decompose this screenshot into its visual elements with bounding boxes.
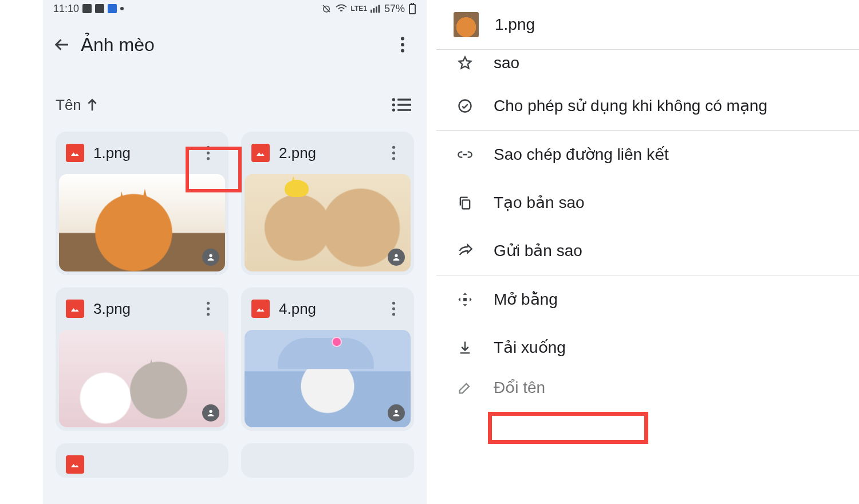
file-overflow-button[interactable] (381, 296, 406, 321)
status-app-icon (82, 4, 92, 13)
svg-point-25 (392, 302, 395, 305)
shared-badge (388, 249, 405, 266)
svg-rect-1 (371, 10, 372, 13)
more-vert-icon (206, 301, 210, 316)
list-view-icon (392, 97, 411, 112)
image-file-icon (66, 144, 84, 162)
sheet-file-thumbnail (454, 12, 479, 37)
svg-rect-15 (397, 109, 411, 111)
menu-label: Sao chép đường liên kết (494, 144, 669, 165)
status-time: 11:10 (53, 3, 79, 15)
view-toggle-button[interactable] (389, 92, 414, 117)
file-card[interactable]: 4.png (241, 288, 414, 431)
svg-point-8 (401, 43, 404, 46)
file-overflow-button[interactable] (381, 140, 406, 166)
menu-item-rename[interactable]: Đổi tên (436, 372, 859, 404)
file-name: 1.png (93, 144, 186, 162)
alarm-off-icon (321, 3, 332, 14)
image-file-icon (251, 144, 270, 162)
status-app-icon (95, 4, 104, 13)
file-name: 4.png (279, 300, 372, 318)
folder-title: Ảnh mèo (81, 34, 387, 56)
star-icon (456, 55, 474, 71)
menu-item-offline[interactable]: Cho phép sử dụng khi không có mạng (436, 82, 859, 130)
svg-rect-3 (376, 6, 377, 13)
svg-point-27 (392, 313, 395, 316)
svg-point-17 (206, 151, 209, 154)
sheet-file-name: 1.png (495, 15, 535, 34)
svg-rect-11 (397, 99, 411, 100)
open-with-icon (456, 292, 474, 308)
svg-rect-5 (409, 5, 415, 14)
menu-item-download[interactable]: Tải xuống (436, 324, 859, 372)
file-thumbnail[interactable] (59, 330, 225, 427)
file-card[interactable] (56, 443, 228, 478)
file-card[interactable]: 1.png (56, 132, 228, 275)
svg-point-14 (392, 108, 395, 111)
battery-percent: 57% (384, 3, 405, 15)
sort-button[interactable]: Tên (56, 96, 97, 114)
menu-label: Gửi bản sao (494, 241, 582, 261)
more-vert-icon (400, 37, 405, 53)
svg-point-23 (206, 307, 209, 310)
svg-point-18 (206, 157, 209, 160)
file-thumbnail[interactable] (245, 174, 411, 271)
status-app-icon (108, 4, 117, 13)
image-file-icon (251, 300, 270, 318)
menu-label: Đổi tên (494, 377, 545, 398)
svg-point-22 (206, 302, 209, 305)
menu-label: Tạo bản sao (494, 192, 585, 213)
share-arrow-icon (456, 243, 474, 259)
status-more-icon (120, 7, 124, 10)
sheet-header: 1.png (436, 0, 859, 49)
file-card[interactable]: 2.png (241, 132, 414, 275)
file-overflow-button[interactable] (195, 140, 220, 166)
wifi-icon (335, 4, 348, 13)
svg-point-20 (392, 151, 395, 154)
rename-icon (456, 380, 474, 396)
svg-rect-13 (397, 104, 411, 105)
link-icon (456, 147, 474, 163)
svg-rect-6 (411, 3, 413, 5)
shared-badge (388, 404, 405, 422)
file-overflow-button[interactable] (195, 296, 220, 321)
menu-item-make-copy[interactable]: Tạo bản sao (436, 179, 859, 227)
menu-label: Mở bằng (494, 289, 558, 310)
image-file-icon (66, 455, 84, 474)
network-label: LTE1 (351, 5, 367, 13)
menu-item-open-with[interactable]: Mở bằng (436, 275, 859, 324)
svg-point-24 (206, 313, 209, 316)
arrow-up-icon (87, 99, 97, 111)
svg-point-12 (392, 103, 395, 106)
download-icon (456, 340, 474, 356)
svg-rect-2 (373, 8, 375, 13)
svg-point-26 (392, 307, 395, 310)
copy-icon (456, 195, 474, 211)
file-thumbnail[interactable] (245, 330, 411, 427)
file-card[interactable] (241, 443, 414, 478)
svg-point-16 (206, 146, 209, 149)
shared-badge (202, 249, 219, 266)
menu-item-copy-link[interactable]: Sao chép đường liên kết (436, 131, 859, 179)
file-action-sheet: 1.png sao Cho phép sử dụng khi không có … (436, 0, 859, 504)
file-thumbnail[interactable] (59, 174, 225, 271)
file-card[interactable]: 3.png (56, 288, 228, 431)
signal-icon (371, 4, 381, 13)
menu-item-star[interactable]: sao (436, 50, 859, 82)
svg-rect-4 (378, 5, 380, 13)
more-vert-icon (392, 145, 396, 160)
arrow-left-icon (54, 36, 71, 53)
file-name: 3.png (93, 300, 186, 318)
back-button[interactable] (46, 29, 78, 61)
image-file-icon (66, 300, 84, 318)
offline-icon (456, 98, 474, 114)
file-name: 2.png (279, 144, 372, 162)
battery-icon (408, 3, 416, 14)
svg-rect-29 (462, 200, 470, 208)
menu-item-send-copy[interactable]: Gửi bản sao (436, 227, 859, 275)
sort-row: Tên (43, 85, 427, 125)
drive-folder-screen: 11:10 LTE1 57% Ảnh mèo (43, 0, 427, 504)
folder-overflow-button[interactable] (387, 29, 419, 61)
status-bar: 11:10 LTE1 57% (43, 0, 427, 17)
menu-label: Cho phép sử dụng khi không có mạng (494, 96, 767, 116)
